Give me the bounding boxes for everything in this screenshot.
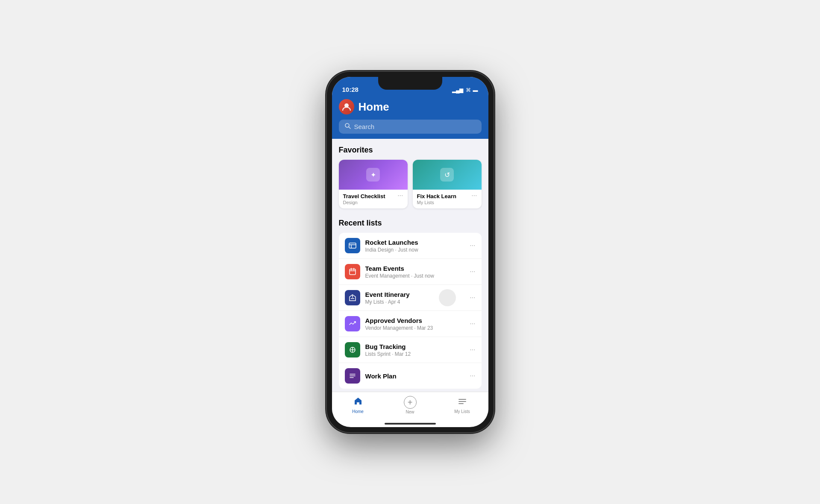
fav-card-fixhack-info: Fix Hack Learn My Lists ··· (413, 190, 482, 208)
fav-card-fixhack-subtitle: My Lists (417, 200, 457, 205)
svg-rect-3 (349, 243, 356, 248)
fav-card-travel-title: Travel Checklist (343, 193, 385, 199)
touch-ripple (439, 289, 456, 306)
team-events-content: Team Events Event Management · Just now (365, 265, 465, 279)
fav-card-travel-more[interactable]: ··· (397, 192, 403, 199)
bug-tracking-icon (345, 342, 360, 357)
list-item-bugtracking[interactable]: Bug Tracking Lists Sprint · Mar 12 ··· (339, 337, 482, 363)
list-item-teamevents[interactable]: Team Events Event Management · Just now … (339, 259, 482, 285)
new-tab-icon: + (404, 396, 417, 409)
rocket-launches-icon (345, 238, 360, 253)
home-tab-icon (353, 396, 363, 408)
recent-lists-section: Recent lists (332, 215, 488, 392)
work-plan-content: Work Plan (365, 372, 465, 380)
wifi-icon: ⌘ (466, 87, 471, 93)
recent-lists-container: Rocket Launches India Design · Just now … (339, 233, 482, 389)
home-indicator (385, 423, 436, 425)
mylists-tab-icon (458, 397, 467, 408)
favorites-title: Favorites (339, 146, 482, 155)
bug-tracking-more[interactable]: ··· (470, 346, 475, 354)
rocket-launches-title: Rocket Launches (365, 239, 465, 246)
scroll-area[interactable]: Favorites ✦ Travel Checklist Design (332, 139, 488, 392)
status-time: 10:28 (342, 86, 359, 93)
list-item-approvedvendors[interactable]: Approved Vendors Vendor Management · Mar… (339, 311, 482, 337)
travel-checklist-icon: ✦ (366, 168, 380, 182)
svg-line-2 (349, 127, 350, 129)
team-events-more[interactable]: ··· (470, 268, 475, 275)
team-events-title: Team Events (365, 265, 465, 272)
fav-card-travel-info: Travel Checklist Design ··· (339, 190, 408, 208)
avatar[interactable] (339, 99, 354, 114)
search-input[interactable]: Search (339, 120, 482, 134)
fav-card-travel-image: ✦ (339, 160, 408, 190)
battery-icon: ▬ (473, 87, 478, 93)
search-placeholder-text: Search (354, 123, 375, 130)
app-header: Home (332, 96, 488, 120)
tab-new[interactable]: + New (384, 396, 436, 414)
bug-tracking-content: Bug Tracking Lists Sprint · Mar 12 (365, 343, 465, 357)
approved-vendors-meta: Vendor Management · Mar 23 (365, 325, 465, 331)
fav-card-fixhack-text: Fix Hack Learn My Lists (417, 193, 457, 205)
rocket-launches-meta: India Design · Just now (365, 247, 465, 253)
phone-screen: 10:28 ▂▄▆ ⌘ ▬ Home (332, 77, 488, 427)
home-tab-label: Home (352, 409, 364, 414)
rocket-launches-content: Rocket Launches India Design · Just now (365, 239, 465, 253)
event-itinerary-more[interactable]: ··· (470, 294, 475, 302)
notch (378, 77, 442, 90)
approved-vendors-icon (345, 316, 360, 331)
fix-hack-learn-icon: ↺ (440, 168, 454, 182)
list-item-workplan[interactable]: Work Plan ··· (339, 363, 482, 389)
recent-lists-title: Recent lists (339, 219, 482, 228)
fav-card-fixhack-title: Fix Hack Learn (417, 193, 457, 199)
approved-vendors-more[interactable]: ··· (470, 320, 475, 328)
signal-icon: ▂▄▆ (452, 87, 464, 93)
fav-card-travel-subtitle: Design (343, 200, 385, 205)
list-item-eventitinerary[interactable]: Event Itinerary My Lists · Apr 4 ··· (339, 285, 482, 311)
search-icon (345, 123, 351, 130)
bug-tracking-meta: Lists Sprint · Mar 12 (365, 351, 465, 357)
tab-mylists[interactable]: My Lists (436, 397, 488, 414)
fav-card-fixhack-image: ↺ (413, 160, 482, 190)
team-events-meta: Event Management · Just now (365, 273, 465, 279)
fav-card-fixhack[interactable]: ↺ Fix Hack Learn My Lists ··· (413, 160, 482, 208)
approved-vendors-content: Approved Vendors Vendor Management · Mar… (365, 317, 465, 331)
status-icons: ▂▄▆ ⌘ ▬ (452, 87, 478, 93)
event-itinerary-icon (345, 290, 360, 305)
favorites-row: ✦ Travel Checklist Design ··· (339, 160, 482, 208)
rocket-launches-more[interactable]: ··· (470, 242, 475, 249)
phone-frame: 10:28 ▂▄▆ ⌘ ▬ Home (327, 72, 494, 432)
new-tab-label: New (406, 410, 414, 414)
approved-vendors-title: Approved Vendors (365, 317, 465, 324)
page-title: Home (359, 100, 389, 114)
bug-tracking-title: Bug Tracking (365, 343, 465, 350)
search-bar: Search (332, 120, 488, 139)
fav-card-travel[interactable]: ✦ Travel Checklist Design ··· (339, 160, 408, 208)
tab-home[interactable]: Home (332, 396, 384, 414)
svg-rect-6 (350, 269, 356, 275)
favorites-section: Favorites ✦ Travel Checklist Design (332, 139, 488, 215)
team-events-icon (345, 264, 360, 279)
work-plan-more[interactable]: ··· (470, 372, 475, 380)
tab-bar: Home + New My Lists (332, 392, 488, 425)
fav-card-travel-text: Travel Checklist Design (343, 193, 385, 205)
list-item-rocket[interactable]: Rocket Launches India Design · Just now … (339, 233, 482, 259)
mylists-tab-label: My Lists (454, 409, 470, 414)
work-plan-title: Work Plan (365, 372, 465, 380)
fav-card-fixhack-more[interactable]: ··· (471, 192, 477, 199)
work-plan-icon (345, 368, 360, 384)
phone-wrapper: 10:28 ▂▄▆ ⌘ ▬ Home (327, 72, 494, 432)
